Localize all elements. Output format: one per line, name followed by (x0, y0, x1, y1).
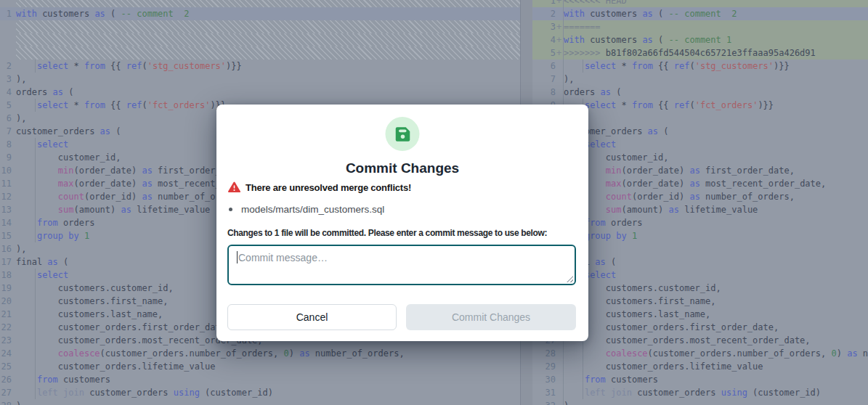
code-text[interactable]: ), (564, 242, 868, 255)
code-text[interactable]: from orders (564, 216, 868, 229)
line-number: 3 (0, 73, 16, 86)
commit-changes-modal: Commit Changes There are unresolved merg… (216, 105, 588, 341)
line-number (0, 33, 16, 46)
code-text[interactable]: >>>>>>> b81f802a66fd544504c65721e3ffaaa9… (564, 46, 868, 60)
code-text[interactable]: select (564, 138, 868, 151)
code-line[interactable]: 6 select * from {{ ref('stg_customers')}… (532, 60, 868, 73)
indent-guide-line (35, 308, 36, 321)
line-number: 32 (532, 399, 564, 405)
code-text[interactable]: ), (16, 73, 520, 86)
commit-changes-button[interactable]: Commit Changes (406, 304, 576, 330)
diff-add-marker: + (556, 0, 561, 7)
code-line[interactable]: 3), (0, 73, 520, 86)
code-text[interactable]: select (564, 269, 868, 282)
code-text[interactable]: final as ( (564, 255, 868, 269)
code-text[interactable]: group by 1 (564, 229, 868, 242)
indent-guide-line (583, 373, 583, 386)
code-text[interactable]: orders as ( (564, 86, 868, 99)
code-text[interactable]: max(order_date) as most_recent_order_dat… (564, 177, 868, 190)
indent-guide-line (35, 164, 36, 177)
line-number: 24 (0, 347, 16, 360)
code-text[interactable] (16, 33, 520, 46)
code-text[interactable]: customer_orders.lifetime_value (564, 360, 868, 373)
code-line[interactable]: 5+>>>>>>> b81f802a66fd544504c65721e3ffaa… (532, 46, 868, 60)
code-line[interactable]: 30 from customers (532, 373, 868, 386)
code-text[interactable]: customer_id, (564, 151, 868, 164)
line-number (0, 0, 16, 7)
code-line[interactable]: 8orders as ( (532, 86, 868, 99)
diff-add-marker: + (556, 33, 561, 46)
code-line[interactable]: 1+<<<<<<< HEAD (532, 0, 868, 7)
line-number: 11 (0, 177, 16, 190)
code-text[interactable]: customer_orders.first_order_date, (564, 321, 868, 334)
indent-guide-line (35, 151, 36, 164)
code-text[interactable]: customers.last_name, (564, 308, 868, 321)
code-line[interactable]: 2with customers as ( -- comment 2 (532, 7, 868, 20)
bullet-icon (229, 208, 232, 211)
line-number: 31 (532, 386, 564, 399)
save-icon (393, 125, 412, 144)
code-line[interactable]: 24 coalesce(customer_orders.number_of_or… (0, 347, 520, 360)
code-text[interactable]: select * from {{ ref('stg_customers')}} (16, 60, 520, 73)
code-line[interactable]: 32) (532, 399, 868, 405)
code-line[interactable]: 27 left join customer_orders using (cust… (0, 386, 520, 399)
code-text[interactable]: from customers (564, 373, 868, 386)
code-text[interactable]: customers.first_name, (564, 295, 868, 308)
code-text[interactable]: customer_orders as ( (564, 125, 868, 138)
code-text[interactable]: select * from {{ ref('fct_orders')}} (564, 99, 868, 112)
indent-guide-line (35, 295, 36, 308)
commit-message-input[interactable]: Commit message… (227, 245, 576, 285)
code-line[interactable]: 28) (0, 399, 520, 405)
cancel-button[interactable]: Cancel (227, 304, 397, 330)
line-number: 5+ (532, 46, 564, 60)
code-text[interactable]: orders as ( (16, 86, 520, 99)
code-text[interactable]: count(order_id) as number_of_orders, (564, 190, 868, 203)
code-text[interactable]: select * from {{ ref('stg_customers')}} (564, 60, 868, 73)
code-text[interactable]: customers.customer_id, (564, 282, 868, 295)
code-text[interactable]: min(order_date) as first_order_date, (564, 164, 868, 177)
line-number: 23 (0, 334, 16, 347)
code-text[interactable]: customer_orders.most_recent_order_date, (564, 334, 868, 347)
code-text[interactable]: sum(amount) as lifetime_value (564, 203, 868, 216)
code-text[interactable]: ), (564, 112, 868, 125)
line-number: 2 (0, 60, 16, 73)
line-number: 10 (0, 164, 16, 177)
code-text[interactable]: left join customer_orders using (custome… (564, 386, 868, 399)
code-text[interactable] (16, 0, 520, 7)
code-line[interactable]: 28 coalesce(customer_orders.number_of_or… (532, 347, 868, 360)
line-number: 5 (0, 99, 16, 112)
code-text[interactable]: <<<<<<< HEAD (564, 0, 868, 7)
diff-add-marker: + (556, 46, 561, 60)
resize-handle[interactable] (567, 276, 573, 282)
code-line[interactable]: 4+with customers as ( -- comment 1 (532, 33, 868, 46)
code-line[interactable]: 26 from customers (0, 373, 520, 386)
indent-guide-line (35, 334, 36, 347)
indent-guide-line (35, 282, 36, 295)
code-text[interactable]: ) (564, 399, 868, 405)
code-text[interactable]: ), (564, 73, 868, 86)
code-line[interactable]: 31 left join customer_orders using (cust… (532, 386, 868, 399)
code-line[interactable]: 2 select * from {{ ref('stg_customers')}… (0, 60, 520, 73)
code-text[interactable]: customer_orders.lifetime_value (16, 360, 520, 373)
code-line[interactable]: 4orders as ( (0, 86, 520, 99)
code-line[interactable]: 25 customer_orders.lifetime_value (0, 360, 520, 373)
code-text[interactable]: coalesce(customer_orders.number_of_order… (16, 347, 520, 360)
code-text[interactable]: ) (16, 399, 520, 405)
code-text[interactable]: with customers as ( -- comment 2 (564, 7, 868, 20)
code-text[interactable]: ======= (564, 20, 868, 33)
code-line[interactable]: 7), (532, 73, 868, 86)
code-text[interactable]: with customers as ( -- comment 2 (16, 7, 520, 20)
code-line[interactable]: 1with customers as ( -- comment 2 (0, 7, 520, 20)
code-line[interactable]: 3+======= (532, 20, 868, 33)
code-text[interactable]: left join customer_orders using (custome… (16, 386, 520, 399)
code-line[interactable]: 29 customer_orders.lifetime_value (532, 360, 868, 373)
code-text[interactable]: with customers as ( -- comment 1 (564, 33, 868, 46)
indent-guide-line (35, 216, 36, 229)
code-text[interactable]: coalesce(customer_orders.number_of_order… (564, 347, 868, 360)
indent-guide-line (35, 386, 36, 399)
indent-guide-line (35, 360, 36, 373)
code-text[interactable] (16, 20, 520, 33)
code-text[interactable] (16, 46, 520, 60)
code-text[interactable]: from customers (16, 373, 520, 386)
line-number: 6 (0, 112, 16, 125)
